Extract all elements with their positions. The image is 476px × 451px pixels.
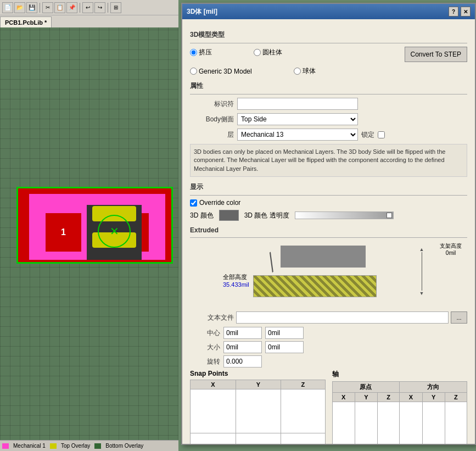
ext-arrow: ╱ bbox=[262, 252, 281, 272]
override-color-checkbox[interactable] bbox=[190, 199, 197, 207]
extruded-divider bbox=[190, 237, 467, 238]
axis-x2: X bbox=[400, 393, 422, 402]
override-color-label: Override color bbox=[199, 199, 240, 207]
rotation-input[interactable]: 0.000 bbox=[223, 355, 262, 368]
color-swatch[interactable] bbox=[219, 210, 239, 221]
body-side-row: Body侧面 Top Side bbox=[190, 113, 467, 125]
layer-row: 层 Mechanical 13 锁定 bbox=[190, 129, 467, 141]
status-bar: Mechanical 1 Top Overlay Bottom Overlay bbox=[0, 440, 178, 451]
height-label-group: 全部高度 35.433mil bbox=[223, 273, 249, 288]
tab-pcb1[interactable]: PCB1.PcbLib * bbox=[0, 16, 52, 27]
center-row: 中心 0mil 0mil bbox=[190, 327, 467, 339]
dialog-titlebar: 3D体 [mil] ? ✕ bbox=[182, 4, 475, 19]
tb-save[interactable]: 💾 bbox=[26, 2, 37, 13]
tb-new[interactable]: 📄 bbox=[2, 2, 13, 13]
vertical-arrow: ▲ ▼ bbox=[421, 247, 422, 296]
layer1-label: Mechanical 1 bbox=[13, 443, 46, 449]
tb-undo[interactable]: ↩ bbox=[82, 2, 93, 13]
bracket-label-group: 支架高度 0mil bbox=[440, 242, 462, 256]
properties-divider bbox=[190, 94, 467, 94]
tb-copy[interactable]: 📋 bbox=[54, 2, 65, 13]
radio-sphere-label: 球体 bbox=[303, 66, 316, 76]
axis-origin-header: 原点 bbox=[332, 382, 400, 393]
bracket-label: 支架高度 bbox=[440, 242, 462, 250]
browse-button[interactable]: ... bbox=[451, 311, 467, 324]
close-button[interactable]: ✕ bbox=[461, 7, 471, 16]
model-type-divider bbox=[190, 43, 467, 43]
bracket-value: 0mil bbox=[440, 250, 462, 256]
snap-col-x: X bbox=[191, 380, 236, 389]
color-row: 3D 颜色 3D 颜色 透明度 bbox=[190, 210, 467, 221]
axis-title: 轴 bbox=[332, 370, 468, 379]
extruded-viz: ╱ 全部高度 35.433mil 支架高度 0mil ▲ ▼ bbox=[190, 241, 467, 307]
axis-z1: Z bbox=[378, 393, 400, 402]
axis-z2: Z bbox=[445, 393, 467, 402]
snap-row bbox=[191, 389, 236, 433]
radio-extrude-item[interactable]: 挤压 bbox=[190, 48, 212, 57]
size-y-input[interactable]: 0mil bbox=[265, 341, 304, 353]
center-x-input[interactable]: 0mil bbox=[223, 327, 262, 339]
dialog: 3D体 [mil] ? ✕ 3D模型类型 挤压 圆柱体 Convert To S… bbox=[181, 3, 476, 445]
toolbar: 📄 📂 💾 ✂ 📋 📌 ↩ ↪ ⊞ bbox=[0, 0, 178, 15]
tb-grid[interactable]: ⊞ bbox=[110, 2, 121, 13]
pcb-component: 1 2 bbox=[14, 187, 173, 264]
size-x-input[interactable]: 0mil bbox=[223, 341, 262, 353]
identifier-label: 标识符 bbox=[190, 99, 234, 109]
tb-open[interactable]: 📂 bbox=[14, 2, 25, 13]
tb-redo[interactable]: ↪ bbox=[94, 2, 105, 13]
center-y-input[interactable]: 0mil bbox=[265, 327, 304, 339]
identifier-row: 标识符 bbox=[190, 98, 467, 110]
bottom-tables: Snap Points X Y Z bbox=[190, 370, 467, 444]
body-side-label: Body侧面 bbox=[190, 115, 234, 124]
radio-sphere-item[interactable]: 球体 bbox=[294, 66, 316, 76]
textfile-input[interactable] bbox=[236, 311, 449, 324]
snap-table: X Y Z bbox=[190, 380, 326, 444]
tb-paste[interactable]: 📌 bbox=[66, 2, 77, 13]
size-label: 大小 bbox=[190, 343, 220, 352]
radio-generic[interactable] bbox=[190, 68, 197, 75]
layer2-label: Top Overlay bbox=[61, 443, 90, 449]
body-side-select[interactable]: Top Side bbox=[237, 113, 358, 125]
height-label: 全部高度 bbox=[223, 273, 249, 281]
dialog-content: 3D模型类型 挤压 圆柱体 Convert To STEP Generic 3D… bbox=[182, 19, 475, 444]
radio-cylinder-label: 圆柱体 bbox=[262, 48, 282, 57]
layer2-dot bbox=[50, 443, 57, 449]
section-display-title: 显示 bbox=[190, 182, 467, 192]
axis-y1: Y bbox=[355, 393, 377, 402]
axis-table: 原点 方向 X Y Z X Y Z bbox=[332, 381, 468, 444]
convert-to-step-button[interactable]: Convert To STEP bbox=[405, 47, 467, 62]
radio-cylinder[interactable] bbox=[254, 49, 261, 56]
radio-sphere[interactable] bbox=[294, 68, 301, 75]
rotation-row: 旋转 0.000 bbox=[190, 355, 467, 368]
model-type-radios-2: Generic 3D Model 球体 bbox=[190, 66, 467, 76]
section-properties-title: 属性 bbox=[190, 81, 467, 91]
help-button[interactable]: ? bbox=[449, 7, 458, 16]
axis-direction-header: 方向 bbox=[400, 382, 467, 393]
layer-select[interactable]: Mechanical 13 bbox=[237, 129, 358, 141]
lock-checkbox[interactable] bbox=[378, 131, 385, 138]
radio-cylinder-item[interactable]: 圆柱体 bbox=[254, 48, 282, 57]
section-extruded-title: Extruded bbox=[190, 226, 467, 234]
model-type-radios: 挤压 圆柱体 bbox=[190, 48, 282, 57]
pcb-pink-region: 1 2 bbox=[29, 194, 165, 260]
tb-cut[interactable]: ✂ bbox=[42, 2, 53, 13]
info-text: 3D bodies can only be placed on Mechanic… bbox=[190, 144, 467, 177]
layer1-dot bbox=[2, 443, 9, 449]
size-row: 大小 0mil 0mil bbox=[190, 341, 467, 353]
snap-section: Snap Points X Y Z bbox=[190, 370, 326, 444]
snap-row bbox=[236, 389, 281, 433]
display-divider bbox=[190, 195, 467, 196]
textfile-row: 文本文件 ... bbox=[190, 311, 467, 324]
transparency-slider[interactable] bbox=[295, 211, 394, 219]
radio-extrude[interactable] bbox=[190, 49, 197, 56]
layer-label: 层 bbox=[190, 130, 234, 140]
radio-generic-item[interactable]: Generic 3D Model bbox=[190, 68, 252, 75]
axis-y2: Y bbox=[422, 393, 445, 402]
ext-top-body bbox=[281, 246, 366, 268]
lock-label: 锁定 bbox=[361, 130, 374, 140]
dialog-title: 3D体 [mil] bbox=[187, 7, 217, 16]
identifier-input[interactable] bbox=[237, 98, 358, 110]
textfile-label: 文本文件 bbox=[190, 313, 234, 322]
height-value: 35.433mil bbox=[223, 281, 249, 288]
lock-row: 锁定 bbox=[361, 130, 385, 140]
